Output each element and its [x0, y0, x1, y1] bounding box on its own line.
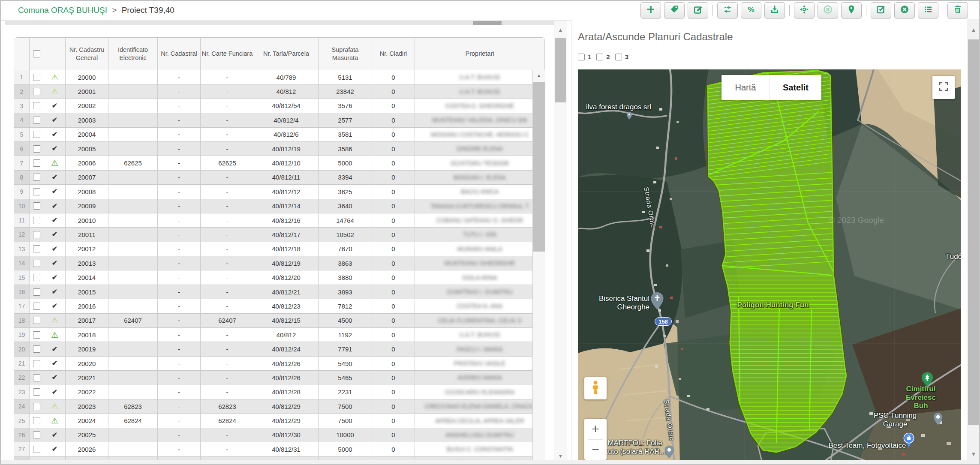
- clear-selection-button[interactable]: [818, 2, 838, 18]
- edit-button[interactable]: [688, 2, 708, 18]
- row-checkbox[interactable]: [33, 431, 40, 438]
- table-row[interactable]: 23✔20022--40/812/2822310COJOCARIU ELEANO…: [14, 385, 545, 399]
- row-checkbox[interactable]: [33, 303, 40, 310]
- fullscreen-button[interactable]: [932, 76, 955, 99]
- table-row[interactable]: 10✔20009--40/812/1436400TANASA CURTURESC…: [14, 199, 545, 213]
- row-checkbox[interactable]: [33, 245, 40, 252]
- table-row[interactable]: 17✔20016--40/812/2378120COSTEA N. ANA: [14, 299, 545, 313]
- table-row[interactable]: 12✔20011--40/812/17105020TUTU I. ION: [14, 228, 545, 242]
- page-scrollbar-thumb[interactable]: [968, 39, 979, 425]
- row-checkbox[interactable]: [33, 217, 40, 224]
- map-type-satelit-button[interactable]: Satelit: [770, 75, 821, 100]
- row-checkbox[interactable]: [33, 145, 40, 153]
- zoom-out-button[interactable]: −: [584, 440, 607, 460]
- table-vertical-scrollbar[interactable]: ▲: [532, 70, 545, 465]
- table-row[interactable]: 27✔20026--40/812/3150000BUSUI C. CONSTAN…: [14, 442, 545, 456]
- table-row[interactable]: 3✔20002--40/812/5435760COSTEA D. GHEORGH…: [14, 99, 545, 113]
- center-map-button[interactable]: [794, 2, 815, 18]
- select-all-checkbox[interactable]: [33, 50, 40, 57]
- scroll-up-icon[interactable]: ▲: [554, 27, 567, 33]
- table-horizontal-scrollbar[interactable]: [5, 21, 554, 25]
- plan-checkbox-1[interactable]: [578, 54, 585, 60]
- table-vertical-scrollbar-thumb[interactable]: [533, 82, 545, 252]
- left-pane-scrollbar[interactable]: ▲ ▼: [554, 21, 567, 462]
- tag-button[interactable]: [664, 2, 685, 18]
- scroll-down-icon[interactable]: ▼: [967, 451, 980, 457]
- table-row[interactable]: 24⚠2002362823-6282340/812/2975000CRECIUN…: [14, 399, 545, 414]
- row-checkbox[interactable]: [33, 374, 40, 381]
- row-checkbox[interactable]: [33, 417, 40, 424]
- table-row[interactable]: 25⚠2002462824-6282440/812/2975000APREA C…: [14, 414, 545, 428]
- table-row[interactable]: 19⚠20018--40/81211920U.A.T. BUHUSI: [14, 328, 545, 342]
- table-row[interactable]: 14✔20013--40/812/1938630MUNTEANU GHEORGH…: [14, 256, 545, 270]
- row-number: 6: [14, 142, 30, 156]
- row-checkbox[interactable]: [33, 117, 40, 124]
- map-canvas[interactable]: ilva forest dragos srlStrada OrbicBiseri…: [578, 69, 961, 462]
- percent-button[interactable]: %: [741, 2, 761, 18]
- scroll-down-icon[interactable]: ▼: [554, 453, 567, 459]
- row-checkbox[interactable]: [33, 446, 40, 453]
- remove-button[interactable]: [894, 2, 915, 18]
- bottom-horizontal-scrollbar[interactable]: [1, 460, 979, 464]
- breadcrumb-commune-link[interactable]: Comuna ORAŞ BUHUŞI: [18, 6, 107, 15]
- table-row[interactable]: 16✔20015--40/812/2138930DUMITRAS I. DUMI…: [14, 285, 545, 299]
- table-row[interactable]: 11✔20010--40/812/16147640COBANU SATEANU …: [14, 213, 545, 228]
- table-row[interactable]: 5✔20004--40/812/635810MOISANU COSTACHE, …: [14, 128, 545, 142]
- table-row[interactable]: 7⚠2000662625-6262540/812/1050000SCHITORU…: [14, 156, 545, 170]
- row-checkbox[interactable]: [33, 260, 40, 267]
- table-row[interactable]: 26✔20025--40/812/30100000ANGHELUSIU DUMI…: [14, 428, 545, 442]
- row-checkbox[interactable]: [33, 74, 40, 81]
- table-row[interactable]: 9✔20008--40/812/1236250BACIU ANICA: [14, 185, 545, 199]
- table-horizontal-scrollbar-thumb[interactable]: [473, 21, 502, 25]
- table-row[interactable]: 20✔20019--40/812/2477910PASCU I. MARIA: [14, 342, 545, 356]
- table-row[interactable]: 2⚠20001--40/812238420U.A.T. BUHUSI: [14, 84, 545, 99]
- row-checkbox[interactable]: [33, 288, 40, 296]
- transfer-button[interactable]: [717, 2, 738, 18]
- row-checkbox[interactable]: [33, 403, 40, 410]
- table-row[interactable]: 15✔20014--40/812/2038800OSILA IRINA: [14, 270, 545, 285]
- row-checkbox[interactable]: [33, 331, 40, 339]
- export-button[interactable]: [764, 2, 785, 18]
- map-type-harta-button[interactable]: Hartă: [721, 75, 770, 100]
- row-checkbox[interactable]: [33, 231, 40, 238]
- plan-checkbox-3[interactable]: [615, 54, 622, 60]
- scroll-up-icon[interactable]: ▲: [533, 70, 545, 81]
- page-scrollbar[interactable]: ▲ ▼: [967, 19, 980, 462]
- left-pane-scrollbar-thumb[interactable]: [555, 38, 566, 102]
- nr-cladiri-cell: 0: [372, 242, 415, 256]
- row-checkbox[interactable]: [33, 317, 40, 324]
- table-row[interactable]: 1⚠20000--40/78951310U.A.T. BUHUSI: [14, 70, 545, 84]
- row-checkbox[interactable]: [33, 360, 40, 367]
- delete-button[interactable]: [947, 2, 968, 18]
- table-row[interactable]: 4✔20003--40/812/425770MUNTEANU VALERIA, …: [14, 113, 545, 127]
- table-row[interactable]: 8✔20007--40/812/1133940BOGDAN I. ELENA: [14, 171, 545, 185]
- row-checkbox[interactable]: [33, 131, 40, 138]
- zoom-in-button[interactable]: +: [584, 419, 607, 439]
- row-checkbox[interactable]: [33, 202, 40, 210]
- row-checkbox[interactable]: [33, 174, 40, 181]
- add-button[interactable]: [640, 2, 661, 18]
- scroll-up-icon[interactable]: ▲: [967, 27, 980, 33]
- row-checkbox[interactable]: [33, 188, 40, 195]
- table-row[interactable]: 18⚠2001762407-6240740/812/1545000CELIK F…: [14, 314, 545, 328]
- table-row[interactable]: 13✔20012--40/812/1876700MURARU ANILA: [14, 242, 545, 256]
- plan-checkbox-2[interactable]: [596, 54, 603, 60]
- row-checkbox[interactable]: [33, 345, 40, 353]
- identificator-cell: [108, 113, 158, 127]
- row-checkbox[interactable]: [33, 159, 40, 167]
- row-checkbox[interactable]: [33, 274, 40, 281]
- nr-cadastral-cell: -: [158, 328, 201, 342]
- marker-button[interactable]: [841, 2, 862, 18]
- nr-cadastral-cell: -: [158, 371, 201, 384]
- table-row[interactable]: 6✔20005--40/812/1935860DINDIRE ELENA: [14, 142, 545, 156]
- row-checkbox[interactable]: [33, 102, 40, 109]
- validate-button[interactable]: [871, 2, 891, 18]
- pegman-control[interactable]: [584, 377, 607, 399]
- list-view-button[interactable]: [918, 2, 938, 18]
- carte-funciara-cell: -: [201, 357, 254, 370]
- tarla-parcela-cell: 40/812/6: [254, 128, 319, 141]
- table-row[interactable]: 21✔20020--40/812/2654900PRISTAVU VASILE: [14, 357, 545, 371]
- row-checkbox[interactable]: [33, 388, 40, 396]
- row-checkbox[interactable]: [33, 88, 40, 95]
- table-row[interactable]: 22✔20021--40/812/2654650AVERES MARIA: [14, 371, 545, 385]
